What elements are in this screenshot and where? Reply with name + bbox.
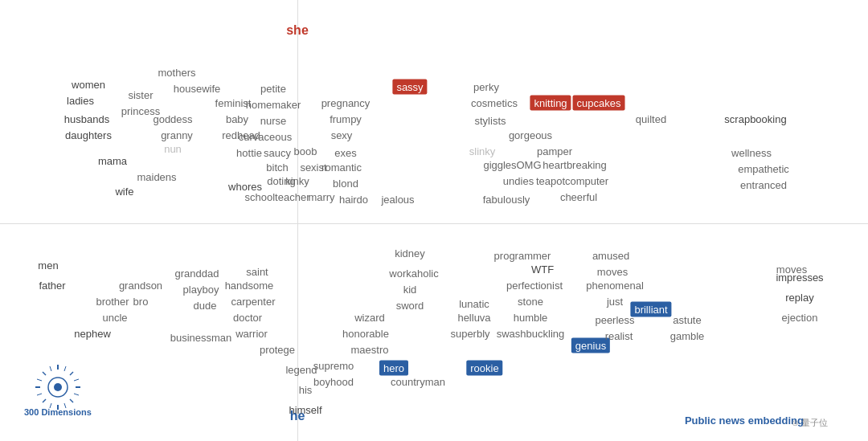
word-programmer: programmer <box>494 250 551 262</box>
word-workaholic: workaholic <box>389 267 438 280</box>
word-moves: moves <box>597 266 628 278</box>
word-homemaker: homemaker <box>246 99 301 111</box>
svg-line-10 <box>74 394 79 395</box>
svg-line-15 <box>50 403 51 408</box>
word-heartbreaking: heartbreaking <box>542 159 607 171</box>
word-bro: bro <box>133 296 149 308</box>
word-amused: amused <box>592 250 629 262</box>
word-pregnancy: pregnancy <box>321 97 371 109</box>
svg-line-12 <box>74 379 79 381</box>
word-ladies: ladies <box>67 95 94 107</box>
word-stylists: stylists <box>475 115 506 127</box>
word-grandson: grandson <box>119 280 162 292</box>
word-boob: boob <box>294 145 317 157</box>
word-rookie: rookie <box>466 361 502 376</box>
word-WTF: WTF <box>531 263 554 276</box>
wechat-label: ⊙ 量子位 <box>792 417 828 429</box>
word-saucy: saucy <box>264 147 291 159</box>
word-granddad: granddad <box>175 267 219 280</box>
word-goddess: goddess <box>153 113 192 125</box>
word-baby: baby <box>226 113 248 125</box>
word-fabulously: fabulously <box>483 194 530 206</box>
word-uncle: uncle <box>102 312 127 324</box>
word-realist: realist <box>605 330 633 342</box>
word-sword: sword <box>396 300 424 312</box>
word-teapot: teapot <box>536 175 565 187</box>
word-cupcakes: cupcakes <box>573 96 625 111</box>
word-peerless: peerless <box>595 314 634 326</box>
word-marry: marry <box>308 191 334 203</box>
word-brother: brother <box>96 296 129 308</box>
word-mama: mama <box>98 155 127 167</box>
word-wife: wife <box>115 186 133 198</box>
word-saint: saint <box>246 266 268 278</box>
word-honorable: honorable <box>342 328 389 340</box>
word-sexy: sexy <box>331 129 353 141</box>
word-petite: petite <box>260 83 286 95</box>
word-daughters: daughters <box>65 129 112 141</box>
word-swashbuckling: swashbuckling <box>497 328 565 340</box>
word-nun: nun <box>164 143 182 155</box>
word-sassy: sassy <box>392 80 427 95</box>
word-nephew: nephew <box>74 328 111 340</box>
word-perfectionist: perfectionist <box>506 280 563 292</box>
word-wellness: wellness <box>731 147 772 159</box>
horizontal-axis <box>0 223 868 224</box>
word-curvaceous: curvaceous <box>239 131 292 143</box>
word-empathetic: empathetic <box>738 163 789 175</box>
she-label: she <box>286 23 309 38</box>
word-bitch: bitch <box>266 161 288 174</box>
word-jealous: jealous <box>381 194 414 206</box>
word-schoolteacher: schoolteacher <box>245 191 310 203</box>
svg-line-9 <box>50 366 51 371</box>
word-women: women <box>72 79 105 91</box>
word-ejection: ejection <box>782 312 818 324</box>
word-doctor: doctor <box>233 312 262 324</box>
word-moves: moves <box>776 263 807 276</box>
word-phenomenal: phenomenal <box>586 280 644 292</box>
svg-line-8 <box>64 366 66 371</box>
word-helluva: helluva <box>457 312 490 324</box>
word-quilted: quilted <box>636 113 666 125</box>
word-nurse: nurse <box>260 115 287 127</box>
word-businessman: businessman <box>170 332 232 344</box>
word-gorgeous: gorgeous <box>509 129 552 141</box>
svg-line-11 <box>37 394 42 395</box>
word-kid: kid <box>403 284 417 296</box>
word-hero: hero <box>379 361 408 376</box>
word-housewife: housewife <box>174 83 221 95</box>
word-maidens: maidens <box>137 171 176 183</box>
word-sister: sister <box>128 89 153 101</box>
word-supremo: supremo <box>313 360 354 372</box>
word-slinky: slinky <box>469 145 496 157</box>
word-computer: computer <box>565 175 608 187</box>
word-just: just <box>607 296 623 308</box>
svg-line-6 <box>70 399 73 402</box>
word-mothers: mothers <box>158 67 196 79</box>
word-lunatic: lunatic <box>459 298 489 310</box>
word-knitting: knitting <box>530 96 571 111</box>
word-undies: undies <box>503 175 534 187</box>
word-hottie: hottie <box>236 147 262 159</box>
svg-line-5 <box>43 372 46 375</box>
word-stone: stone <box>518 296 543 308</box>
word-entranced: entranced <box>740 179 787 191</box>
word-giggles: giggles <box>483 159 516 171</box>
word-romantic: romantic <box>321 161 362 174</box>
word-humble: humble <box>514 312 548 324</box>
word-blond: blond <box>333 178 358 190</box>
word-pamper: pamper <box>537 145 572 157</box>
word-perky: perky <box>473 81 499 93</box>
word-protege: protege <box>260 344 295 356</box>
word-OMG: OMG <box>516 159 541 171</box>
word-cosmetics: cosmetics <box>471 97 518 109</box>
svg-line-7 <box>43 399 46 402</box>
word-men: men <box>38 259 58 272</box>
svg-line-14 <box>64 403 66 408</box>
word-frumpy: frumpy <box>330 113 362 125</box>
logo-area: 300 Dimensions <box>24 363 92 417</box>
word-father: father <box>39 280 65 292</box>
word-his: his <box>299 384 313 396</box>
word-kinky: kinky <box>285 175 309 187</box>
word-kidney: kidney <box>395 247 425 259</box>
